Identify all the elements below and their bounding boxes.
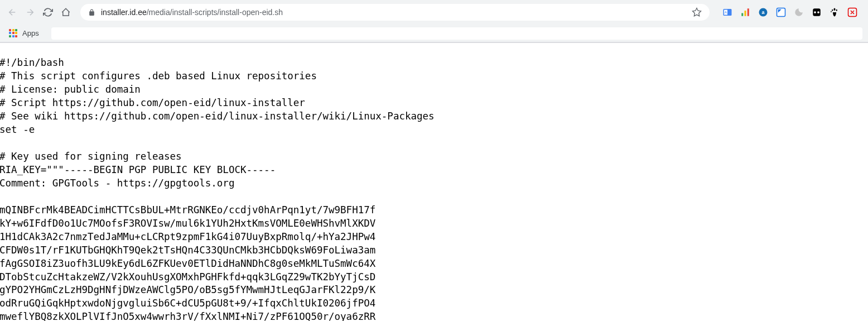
svg-rect-6: [748, 8, 749, 16]
browser-chrome: installer.id.ee/media/install-scripts/in…: [0, 0, 868, 43]
moon-extension-icon[interactable]: [793, 7, 804, 18]
record-extension-icon[interactable]: [811, 7, 822, 18]
svg-rect-5: [745, 11, 746, 16]
bookmark-blank-area: [51, 27, 862, 40]
page-content: #!/bin/bash # This script configures .de…: [0, 43, 868, 321]
forward-button[interactable]: [22, 4, 38, 20]
address-bar[interactable]: installer.id.ee/media/install-scripts/in…: [80, 4, 710, 21]
svg-marker-0: [693, 8, 701, 16]
bookmark-star-icon[interactable]: [692, 7, 702, 17]
bookmarks-bar: Apps: [0, 25, 868, 42]
url-path: /media/install-scripts/install-open-eid.…: [147, 8, 283, 17]
svg-point-11: [814, 11, 816, 13]
extension-icons: A a: [716, 7, 864, 18]
back-button[interactable]: [4, 4, 20, 20]
lock-icon: [88, 9, 95, 16]
gnome-extension-icon[interactable]: [829, 7, 840, 18]
screenshot-extension-icon[interactable]: [775, 7, 787, 18]
url-host: installer.id.ee: [101, 8, 147, 17]
toolbar: installer.id.ee/media/install-scripts/in…: [0, 0, 868, 25]
url-text: installer.id.ee/media/install-scripts/in…: [101, 8, 686, 17]
reload-button[interactable]: [40, 4, 56, 20]
svg-rect-4: [741, 13, 743, 16]
apps-button[interactable]: Apps: [6, 27, 42, 40]
svg-point-12: [817, 11, 819, 13]
apps-grid-icon: [9, 29, 18, 38]
apps-label: Apps: [22, 29, 39, 37]
svg-text:A: A: [725, 11, 727, 14]
adblock-extension-icon[interactable]: [847, 7, 858, 18]
translate-extension-icon[interactable]: A: [722, 7, 733, 18]
amazon-extension-icon[interactable]: a: [758, 7, 769, 18]
script-text: #!/bin/bash # This script configures .de…: [0, 56, 868, 321]
home-button[interactable]: [58, 4, 74, 20]
chart-extension-icon[interactable]: [740, 7, 751, 18]
